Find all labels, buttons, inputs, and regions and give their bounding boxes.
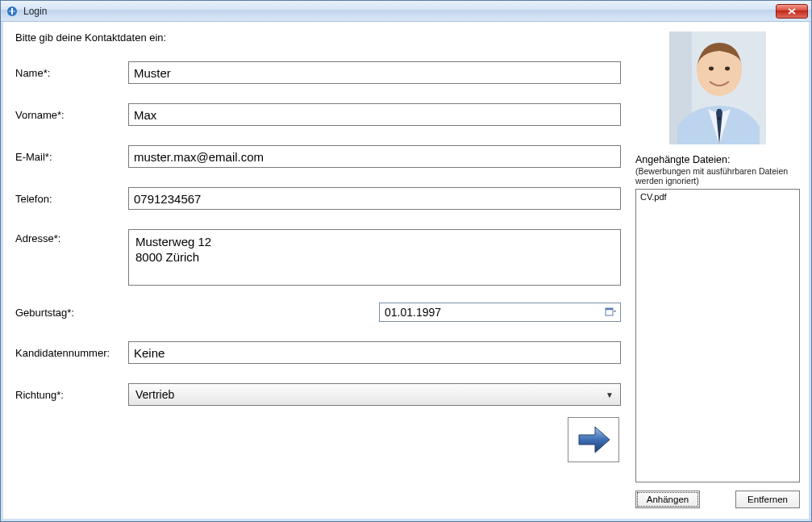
attachments-panel: Angehängte Dateien: (Bewerbungen mit aus… [635,25,805,515]
attachments-listbox[interactable]: CV.pdf [635,189,800,482]
richtung-select[interactable]: Vertrieb ▼ [128,383,621,406]
app-icon [6,5,19,18]
attachments-note: (Bewerbungen mit ausführbaren Dateien we… [635,166,800,186]
vorname-input[interactable] [128,103,621,126]
arrow-right-icon [574,424,613,456]
content-area: Bitte gib deine Kontaktdaten ein: Name*:… [7,25,805,515]
row-geburtstag: Geburtstag*: 01.01.1997 [15,303,621,322]
label-richtung: Richtung*: [15,389,128,401]
titlebar: Login [1,1,811,22]
label-vorname: Vorname*: [15,109,128,121]
geburtstag-datepicker[interactable]: 01.01.1997 [379,303,621,322]
next-button[interactable] [568,417,619,462]
telefon-input[interactable] [128,187,621,210]
kandidatennummer-input[interactable] [128,341,621,364]
label-name: Name*: [15,67,128,79]
intro-text: Bitte gib deine Kontaktdaten ein: [15,31,621,44]
attach-button[interactable]: Anhängen [635,491,700,508]
row-kandidatennummer: Kandidatennummer: [15,341,621,364]
richtung-value: Vertrieb [135,388,606,401]
remove-button[interactable]: Entfernen [735,491,800,508]
label-email: E-Mail*: [15,151,128,163]
row-richtung: Richtung*: Vertrieb ▼ [15,383,621,406]
chevron-down-icon: ▼ [606,390,614,399]
row-email: E-Mail*: [15,145,621,168]
svg-rect-6 [606,308,613,310]
label-telefon: Telefon: [15,193,128,205]
profile-photo [669,31,766,144]
attachments-title: Angehängte Dateien: [635,154,800,165]
row-adresse: Adresse*: [15,229,621,288]
svg-point-11 [725,67,730,71]
login-window: Login Bitte gib deine Kontaktdaten ein: … [0,0,812,522]
attachment-buttons: Anhängen Entfernen [635,491,800,508]
geburtstag-value: 01.01.1997 [385,306,604,319]
calendar-dropdown-icon [604,306,617,319]
label-adresse: Adresse*: [15,229,128,244]
svg-point-10 [709,67,714,71]
svg-point-12 [718,117,721,120]
row-name: Name*: [15,61,621,84]
window-close-button[interactable] [776,4,808,19]
next-button-row [15,417,621,462]
adresse-input[interactable] [128,229,621,286]
window-title: Login [23,6,776,17]
form-panel: Bitte gib deine Kontaktdaten ein: Name*:… [7,25,635,515]
label-geburtstag: Geburtstag*: [15,307,128,319]
row-vorname: Vorname*: [15,103,621,126]
close-icon [788,8,796,15]
attachment-item[interactable]: CV.pdf [640,192,795,203]
name-input[interactable] [128,61,621,84]
label-kandidatennummer: Kandidatennummer: [15,347,128,359]
email-input[interactable] [128,145,621,168]
row-telefon: Telefon: [15,187,621,210]
svg-rect-2 [9,10,15,12]
